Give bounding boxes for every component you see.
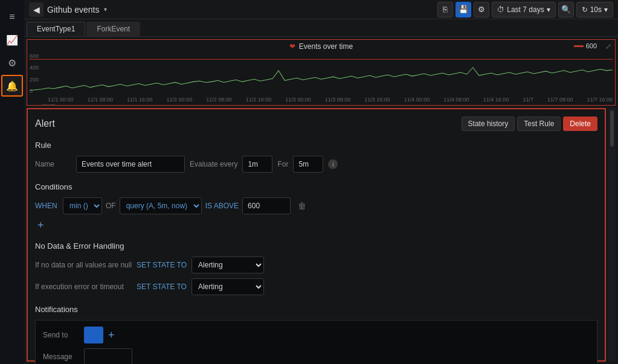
sidebar: ≡ 📈 ⚙ 🔔 [0, 0, 24, 364]
rule-name-input[interactable] [76, 156, 185, 173]
refresh-interval: 10s [590, 5, 602, 14]
chart-svg [30, 52, 613, 95]
settings-icon: ⚙ [8, 57, 16, 69]
heart-icon: ❤ [289, 42, 295, 51]
no-data-label-1: If no data or all values are null [35, 261, 132, 269]
rule-section: Rule Name Evaluate every For i [35, 141, 597, 173]
expand-button[interactable]: ⤢ [603, 41, 614, 52]
send-to-row: Send to + [43, 327, 590, 343]
threshold-input[interactable] [242, 197, 291, 214]
add-channel-button[interactable]: + [108, 329, 115, 342]
tab-eventtype1[interactable]: EventType1 [27, 22, 85, 36]
is-above-label: IS ABOVE [205, 202, 239, 210]
alert-panel: Alert State history Test Rule Delete Rul… [27, 108, 606, 362]
save-icon: 💾 [459, 5, 468, 14]
notifications-inner: Send to + Message [35, 320, 597, 364]
save-button[interactable]: 💾 [455, 2, 471, 18]
set-state-label-1: SET STATE TO [137, 261, 187, 269]
settings-button[interactable]: ⚙ [474, 2, 489, 18]
share-icon: ⎘ [443, 5, 448, 14]
search-icon: 🔍 [561, 5, 571, 14]
main-content: ◀ Github events ▾ ⎘ 💾 ⚙ ⏱ Last 7 days ▾ … [24, 0, 618, 364]
set-state-label-2: SET STATE TO [137, 283, 187, 291]
content-area: Alert State history Test Rule Delete Rul… [24, 106, 618, 364]
send-to-label: Send to [43, 331, 79, 339]
notifications-section: Notifications Send to + Message [35, 305, 597, 364]
evaluate-label: Evaluate every [190, 160, 237, 168]
state-history-button[interactable]: State history [462, 117, 515, 131]
no-data-row-2: If execution error or timeout SET STATE … [35, 278, 597, 295]
condition-row: WHEN min () OF query (A, 5m, now) IS ABO… [35, 197, 597, 214]
for-duration-input[interactable] [293, 156, 323, 173]
chart-title-bar: ❤ Events over time [30, 42, 613, 51]
rule-row: Name Evaluate every For i [35, 156, 597, 173]
topbar: ◀ Github events ▾ ⎘ 💾 ⚙ ⏱ Last 7 days ▾ … [24, 0, 618, 19]
chart-title: Events over time [299, 42, 353, 51]
no-data-label-2: If execution error or timeout [35, 283, 132, 291]
dashboard-caret[interactable]: ▾ [104, 6, 107, 13]
chart-series-label: count_ [30, 103, 613, 106]
clock-icon: ⏱ [497, 5, 504, 14]
message-row: Message [43, 348, 590, 364]
chart-legend: 600 [574, 42, 597, 49]
message-label: Message [43, 353, 79, 361]
legend-value: 600 [586, 42, 597, 49]
rule-section-title: Rule [35, 141, 597, 150]
function-select[interactable]: min () [63, 197, 102, 214]
layers-icon: ≡ [9, 11, 14, 22]
no-data-row-1: If no data or all values are null SET ST… [35, 257, 597, 273]
share-button[interactable]: ⎘ [437, 2, 453, 18]
gear-icon: ⚙ [478, 5, 485, 14]
alert-header: Alert State history Test Rule Delete [35, 117, 597, 131]
channel-button[interactable] [84, 327, 103, 343]
tab-forkevent[interactable]: ForkEvent [86, 22, 140, 36]
time-range-label: Last 7 days [507, 5, 544, 14]
delete-condition-button[interactable]: 🗑 [294, 200, 310, 212]
add-condition-button[interactable]: + [35, 219, 47, 232]
refresh-button[interactable]: ↻ 10s ▾ [576, 2, 613, 18]
info-icon[interactable]: i [328, 159, 338, 169]
chart-body: 600 400 200 0 [30, 52, 613, 95]
back-button[interactable]: ◀ [29, 2, 43, 17]
legend-color-box [574, 45, 584, 47]
conditions-section-title: Conditions [35, 182, 597, 191]
state-select-1[interactable]: Alerting No Data Keep Last State OK [192, 257, 264, 273]
delete-button[interactable]: Delete [563, 117, 597, 131]
scrollbar-panel [608, 108, 616, 362]
sidebar-item-chart[interactable]: 📈 [1, 29, 23, 51]
name-label: Name [35, 160, 71, 168]
alert-actions: State history Test Rule Delete [462, 117, 597, 131]
time-range-button[interactable]: ⏱ Last 7 days ▾ [492, 2, 555, 18]
sidebar-item-alert[interactable]: 🔔 [1, 75, 23, 97]
search-button[interactable]: 🔍 [558, 2, 574, 18]
query-select[interactable]: query (A, 5m, now) [120, 197, 202, 214]
no-data-section-title: No Data & Error Handling [35, 241, 597, 251]
notifications-section-title: Notifications [35, 305, 597, 314]
of-label: OF [106, 202, 116, 210]
y-axis-labels: 600 400 200 0 [30, 52, 39, 95]
test-rule-button[interactable]: Test Rule [517, 117, 561, 131]
alert-title: Alert [35, 118, 55, 129]
refresh-icon: ↻ [582, 5, 588, 14]
conditions-section: Conditions WHEN min () OF query (A, 5m, … [35, 182, 597, 232]
time-range-caret: ▾ [547, 5, 550, 14]
bell-icon: 🔔 [6, 80, 18, 92]
state-select-2[interactable]: Alerting No Data Keep Last State OK [192, 278, 264, 295]
message-input[interactable] [84, 348, 132, 364]
when-label: WHEN [35, 202, 59, 210]
chart-panel: ❤ Events over time 600 600 400 200 0 11/… [27, 39, 616, 106]
dashboard-title: Github events [47, 5, 99, 14]
expand-icon: ⤢ [605, 42, 611, 51]
panel-tabs: EventType1 ForkEvent [24, 19, 618, 37]
topbar-left: ◀ Github events ▾ [29, 2, 107, 17]
scrollbar-thumb[interactable] [610, 110, 614, 147]
sidebar-item-settings[interactable]: ⚙ [1, 52, 23, 74]
topbar-right: ⎘ 💾 ⚙ ⏱ Last 7 days ▾ 🔍 ↻ 10s ▾ [437, 2, 613, 18]
for-label: For [277, 160, 288, 168]
sidebar-item-layers[interactable]: ≡ [1, 6, 23, 28]
refresh-caret: ▾ [604, 5, 608, 14]
x-axis-labels: 11/1 00:00 11/1 08:00 11/1 16:00 11/2 00… [30, 95, 613, 103]
series-dash [31, 106, 39, 106]
no-data-section: No Data & Error Handling If no data or a… [35, 241, 597, 295]
evaluate-interval-input[interactable] [242, 156, 272, 173]
